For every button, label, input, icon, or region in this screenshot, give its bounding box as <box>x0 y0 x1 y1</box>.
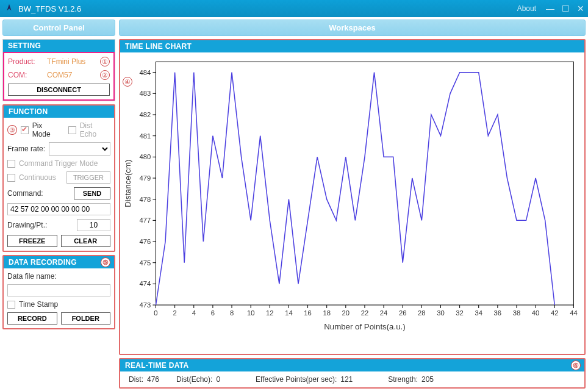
svg-text:18: 18 <box>323 309 331 317</box>
badge-6: ⑥ <box>571 361 581 370</box>
command-input[interactable] <box>7 203 110 215</box>
disconnect-button[interactable]: DISCONNECT <box>8 84 110 96</box>
cmd-trigger-checkbox[interactable] <box>7 160 15 168</box>
frame-rate-select[interactable] <box>49 142 110 156</box>
realtime-title-text: REAL-TIME DATA <box>125 361 188 370</box>
cmd-trigger-row: Command Trigger Mode <box>7 159 110 168</box>
svg-text:479: 479 <box>140 174 151 182</box>
svg-text:483: 483 <box>140 90 151 97</box>
setting-panel: SETTING Product: TFmini Plus ① COM: COM5… <box>2 39 115 101</box>
svg-text:20: 20 <box>342 309 350 317</box>
svg-text:40: 40 <box>532 309 540 317</box>
drawing-input[interactable] <box>77 219 110 231</box>
badge-1: ① <box>100 57 110 66</box>
pix-mode-label: Pix Mode <box>32 121 62 138</box>
continuous-row: Continuous TRIGGER <box>7 171 110 184</box>
svg-text:2: 2 <box>173 309 177 317</box>
badge-4: ④ <box>123 77 132 87</box>
function-title: FUNCTION <box>4 106 114 118</box>
rt-str-value: 205 <box>421 375 434 384</box>
record-button[interactable]: RECORD <box>7 312 57 325</box>
record-folder-row: RECORD FOLDER <box>7 312 110 325</box>
svg-text:0: 0 <box>154 309 157 317</box>
product-row: Product: TFmini Plus ① <box>8 57 110 66</box>
svg-text:24: 24 <box>380 309 388 317</box>
timestamp-row: Time Stamp <box>7 300 110 309</box>
svg-text:478: 478 <box>140 196 151 203</box>
rt-str: Strength: 205 <box>388 375 434 384</box>
send-button[interactable]: SEND <box>74 187 110 199</box>
com-label: COM: <box>8 71 43 79</box>
titlebar: BW_TFDS V1.2.6 About — ☐ ✕ <box>0 0 588 17</box>
svg-text:475: 475 <box>140 259 151 267</box>
realtime-title: REAL-TIME DATA ⑥ <box>120 359 584 371</box>
svg-text:481: 481 <box>140 132 151 140</box>
dist-echo-label: Dist Echo <box>80 121 110 138</box>
svg-text:473: 473 <box>140 301 151 309</box>
command-row: Command: SEND <box>7 187 110 199</box>
timeline-chart-panel: TIME LINE CHART 473474475476477478479480… <box>119 39 586 355</box>
freeze-clear-row: FREEZE CLEAR <box>7 235 110 247</box>
recording-title-text: DATA RECORDING <box>9 258 77 267</box>
svg-text:32: 32 <box>456 309 464 317</box>
chart-canvas: 4734744754764774784794804814824834840246… <box>120 52 584 333</box>
rt-eff: Effective Points(per sec): 121 <box>256 375 353 384</box>
about-link[interactable]: About <box>517 4 536 13</box>
rt-str-label: Strength: <box>388 375 418 384</box>
file-input[interactable] <box>7 284 110 296</box>
com-row: COM: COM57 ② <box>8 70 110 80</box>
badge-5: ⑤ <box>101 257 110 267</box>
frame-rate-label: Frame rate: <box>7 145 45 153</box>
badge-2: ② <box>100 70 110 80</box>
function-panel: FUNCTION ③ Pix Mode Dist Echo Frame rate… <box>2 104 115 252</box>
close-button[interactable]: ✕ <box>577 4 584 13</box>
svg-text:28: 28 <box>418 309 426 317</box>
timestamp-checkbox[interactable] <box>7 301 15 309</box>
svg-text:Number of Points(a.u.): Number of Points(a.u.) <box>324 322 405 331</box>
svg-text:8: 8 <box>230 309 234 317</box>
svg-text:44: 44 <box>570 309 578 317</box>
product-label: Product: <box>8 57 43 66</box>
svg-text:6: 6 <box>211 309 215 317</box>
drawing-row: Drawing/Pt.: <box>7 219 110 231</box>
rt-dist: Dist: 476 <box>129 375 159 384</box>
rt-echo: Dist(Echo): 0 <box>176 375 220 384</box>
rt-dist-label: Dist: <box>129 375 143 384</box>
svg-text:482: 482 <box>140 111 151 118</box>
maximize-button[interactable]: ☐ <box>562 4 570 13</box>
folder-button[interactable]: FOLDER <box>61 312 111 325</box>
svg-text:26: 26 <box>399 309 407 317</box>
rt-echo-label: Dist(Echo): <box>176 375 212 384</box>
file-label: Data file name: <box>7 272 110 281</box>
continuous-checkbox[interactable] <box>7 174 15 182</box>
pix-mode-checkbox[interactable] <box>21 126 29 134</box>
svg-text:14: 14 <box>285 309 293 317</box>
rt-eff-value: 121 <box>340 375 353 384</box>
svg-text:Distance(cm): Distance(cm) <box>123 160 132 207</box>
clear-button[interactable]: CLEAR <box>61 235 111 247</box>
setting-title: SETTING <box>3 40 115 52</box>
svg-rect-0 <box>156 62 574 305</box>
svg-text:38: 38 <box>513 309 521 317</box>
svg-text:480: 480 <box>140 153 151 160</box>
trigger-button[interactable]: TRIGGER <box>66 171 110 184</box>
svg-text:42: 42 <box>551 309 559 317</box>
svg-text:34: 34 <box>475 309 482 317</box>
freeze-button[interactable]: FREEZE <box>7 235 57 247</box>
svg-text:30: 30 <box>437 309 445 317</box>
recording-title: DATA RECORDING ⑤ <box>4 256 114 268</box>
dist-echo-checkbox[interactable] <box>68 126 76 134</box>
window-title: BW_TFDS V1.2.6 <box>18 4 81 13</box>
product-value[interactable]: TFmini Plus <box>47 57 96 66</box>
com-value[interactable]: COM57 <box>47 71 96 79</box>
timestamp-label: Time Stamp <box>19 300 58 309</box>
svg-text:36: 36 <box>494 309 502 317</box>
svg-text:22: 22 <box>361 309 369 317</box>
svg-text:474: 474 <box>140 280 151 287</box>
minimize-button[interactable]: — <box>546 4 554 13</box>
workspaces-header: Workspaces <box>119 20 586 36</box>
mode-row: ③ Pix Mode Dist Echo <box>7 121 110 138</box>
svg-text:477: 477 <box>140 217 151 224</box>
rt-echo-value: 0 <box>216 375 220 384</box>
svg-text:10: 10 <box>247 309 255 317</box>
